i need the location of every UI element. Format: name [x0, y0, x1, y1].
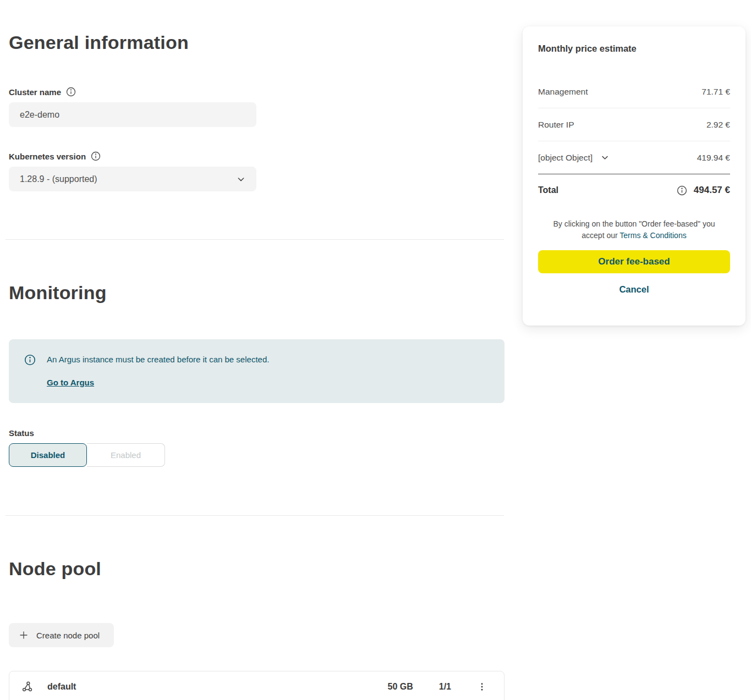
- cluster-create-page: General information Cluster name Kuberne…: [0, 0, 751, 700]
- argus-info-banner: An Argus instance must be created before…: [9, 339, 505, 403]
- price-row-value: 2.92 €: [706, 120, 730, 130]
- price-row-value: 419.94 €: [697, 153, 730, 163]
- total-label: Total: [538, 185, 558, 195]
- status-label-row: Status: [9, 428, 34, 438]
- info-icon[interactable]: [66, 87, 76, 97]
- price-row-label-text: [object Object]: [538, 153, 593, 163]
- status-label: Status: [9, 428, 34, 438]
- argus-banner-message: An Argus instance must be created before…: [47, 354, 269, 365]
- price-rows: Management 71.71 € Router IP 2.92 € [obj…: [538, 75, 730, 174]
- chevron-down-icon: [237, 175, 245, 184]
- kubernetes-version-value: 1.28.9 - (supported): [20, 174, 97, 184]
- plus-icon: [19, 630, 29, 640]
- info-icon[interactable]: [677, 185, 687, 196]
- price-row-label: Management: [538, 87, 588, 97]
- total-value: 494.57 €: [694, 185, 730, 196]
- create-node-pool-label: Create node pool: [36, 631, 100, 640]
- price-row-router-ip: Router IP 2.92 €: [538, 108, 730, 141]
- info-icon: [24, 354, 36, 366]
- order-fee-based-button[interactable]: Order fee-based: [538, 250, 730, 273]
- status-toggle-group: Disabled Enabled: [9, 443, 165, 467]
- price-row-label: Router IP: [538, 120, 574, 130]
- node-pool-row[interactable]: default 50 GB 1/1: [9, 671, 505, 700]
- price-row-value: 71.71 €: [701, 87, 730, 97]
- create-node-pool-button[interactable]: Create node pool: [9, 623, 114, 647]
- price-row-node-pools: [object Object] 419.94 €: [538, 141, 730, 174]
- order-disclaimer: By clicking on the button "Order fee-bas…: [538, 218, 730, 241]
- terms-and-conditions-link[interactable]: Terms & Conditions: [620, 231, 686, 240]
- node-pool-name: default: [47, 682, 76, 692]
- disclaimer-line1: By clicking on the button "Order fee-bas…: [553, 219, 715, 228]
- go-to-argus-link[interactable]: Go to Argus: [47, 378, 94, 387]
- price-row-management: Management 71.71 €: [538, 75, 730, 108]
- price-card-title: Monthly price estimate: [538, 43, 730, 54]
- cluster-name-label: Cluster name: [9, 87, 61, 97]
- kubernetes-version-label: Kubernetes version: [9, 152, 86, 161]
- node-pool-storage: 50 GB: [388, 682, 413, 692]
- section-divider: [6, 239, 504, 240]
- price-row-label: [object Object]: [538, 153, 609, 163]
- kebab-menu-icon[interactable]: [475, 680, 489, 693]
- cluster-name-label-row: Cluster name: [9, 87, 76, 97]
- monthly-price-estimate-card: Monthly price estimate Management 71.71 …: [523, 26, 745, 326]
- node-pool-heading: Node pool: [9, 558, 101, 580]
- general-information-heading: General information: [9, 32, 189, 53]
- total-row: Total 494.57 €: [538, 174, 730, 206]
- disclaimer-line2-prefix: accept our: [582, 231, 620, 240]
- info-icon[interactable]: [91, 151, 101, 161]
- chevron-down-icon[interactable]: [601, 153, 609, 162]
- section-divider: [6, 515, 504, 516]
- cancel-button[interactable]: Cancel: [619, 284, 649, 295]
- status-option-disabled[interactable]: Disabled: [9, 443, 87, 467]
- node-pool-icon: [21, 681, 34, 693]
- node-pool-node-count: 1/1: [439, 682, 451, 692]
- kubernetes-version-select[interactable]: 1.28.9 - (supported): [9, 167, 256, 191]
- cluster-name-input[interactable]: [9, 102, 256, 127]
- status-option-enabled[interactable]: Enabled: [87, 443, 165, 467]
- monitoring-heading: Monitoring: [9, 282, 107, 304]
- kubernetes-version-label-row: Kubernetes version: [9, 151, 101, 161]
